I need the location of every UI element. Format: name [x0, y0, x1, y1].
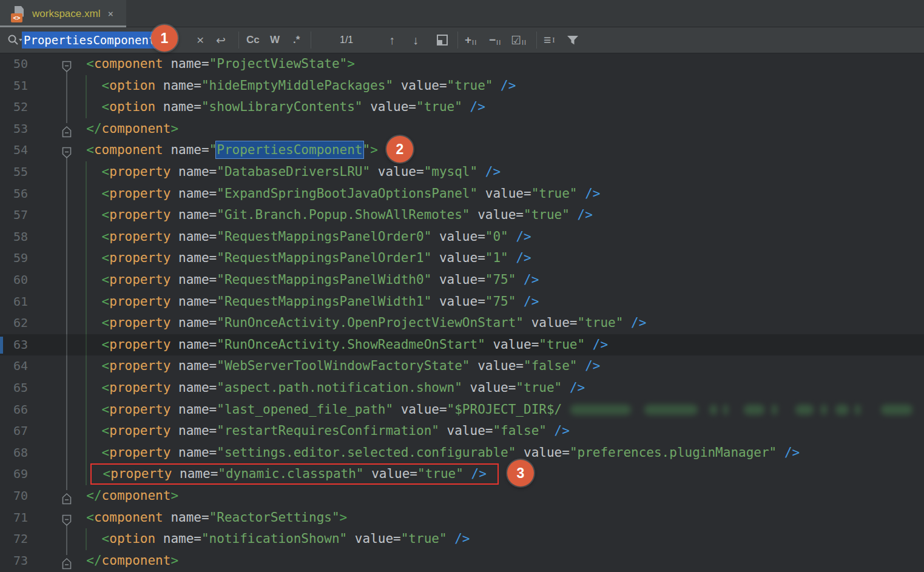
line-text: <property name="RequestMappingsPanelWidt…: [71, 269, 539, 291]
remove-occurrence-button[interactable]: −II: [489, 27, 501, 53]
line-number: 71: [0, 507, 28, 529]
toolbar-separator: [311, 32, 311, 49]
code-line-64[interactable]: 64 <property name="WebServerToolWindowFa…: [0, 355, 924, 377]
xml-file-icon: <>: [11, 5, 27, 22]
code-line-61[interactable]: 61 <property name="RequestMappingsPanelW…: [0, 291, 924, 313]
line-number: 54: [0, 140, 28, 161]
line-text: <option name="hideEmptyMiddlePackages" v…: [71, 75, 516, 97]
redacted-text-blob: [881, 405, 912, 415]
annotation-red-box: <property name="dynamic.classpath" value…: [90, 463, 499, 485]
redacted-text-blob: [710, 405, 717, 415]
code-line-70[interactable]: 70 </component>: [0, 485, 924, 507]
redacted-text-blob: [835, 405, 849, 415]
line-text: <property name="RunOnceActivity.ShowRead…: [71, 334, 608, 356]
line-text: <property name="settings.editor.selected…: [71, 442, 800, 464]
redacted-text-blob: [644, 405, 698, 415]
tab-title: workspace.xml: [32, 8, 100, 20]
line-text: <option name="showLibraryContents" value…: [71, 96, 485, 118]
code-line-52[interactable]: 52 <option name="showLibraryContents" va…: [0, 96, 924, 118]
filter-icon[interactable]: [565, 27, 580, 53]
code-line-54[interactable]: 54 <component name="PropertiesComponent"…: [0, 140, 924, 161]
code-line-58[interactable]: 58 <property name="RequestMappingsPanelO…: [0, 226, 924, 248]
line-number: 65: [0, 377, 28, 399]
code-line-55[interactable]: 55 <property name="DatabaseDriversLRU" v…: [0, 161, 924, 183]
code-line-60[interactable]: 60 <property name="RequestMappingsPanelW…: [0, 269, 924, 291]
line-text: <component name="ProjectViewState">: [71, 53, 355, 75]
editor-tab-bar: <> workspace.xml ×: [0, 0, 924, 27]
clear-search-icon[interactable]: ×: [197, 27, 204, 53]
tab-workspace-xml[interactable]: <> workspace.xml ×: [0, 0, 126, 27]
redacted-text-blob: [855, 405, 860, 415]
line-text: </component>: [71, 118, 178, 140]
search-input[interactable]: PropertiesComponent: [22, 27, 157, 53]
line-text: <property name="RunOnceActivity.OpenProj…: [71, 312, 646, 334]
code-line-63[interactable]: 63 <property name="RunOnceActivity.ShowR…: [0, 334, 924, 356]
line-text: <component name="PropertiesComponent">2: [71, 140, 413, 161]
line-number: 53: [0, 118, 28, 140]
redacted-text-blob: [821, 405, 827, 415]
line-text: <property name="dynamic.classpath" value…: [71, 463, 534, 485]
line-number: 57: [0, 204, 28, 226]
code-line-72[interactable]: 72 <option name="notificationShown" valu…: [0, 528, 924, 550]
find-in-selection-icon[interactable]: [435, 27, 450, 53]
code-line-62[interactable]: 62 <property name="RunOnceActivity.OpenP…: [0, 312, 924, 334]
line-text: <property name="DatabaseDriversLRU" valu…: [71, 161, 501, 183]
code-line-73[interactable]: 73 </component>: [0, 550, 924, 572]
newline-icon[interactable]: ↩: [216, 27, 226, 53]
code-line-50[interactable]: 50 <component name="ProjectViewState">: [0, 53, 924, 75]
code-line-53[interactable]: 53 </component>: [0, 118, 924, 140]
line-number: 56: [0, 183, 28, 205]
line-text: <property name="RequestMappingsPanelWidt…: [71, 291, 539, 313]
code-editor[interactable]: 50 <component name="ProjectViewState">51…: [0, 53, 924, 572]
redacted-text-blob: [744, 405, 764, 415]
code-line-71[interactable]: 71 <component name="ReactorSettings">: [0, 507, 924, 529]
line-number: 69: [0, 463, 28, 485]
code-line-66[interactable]: 66 <property name="last_opened_file_path…: [0, 399, 924, 421]
annotation-badge3: 3: [507, 460, 534, 486]
line-text: <property name="RequestMappingsPanelOrde…: [71, 226, 531, 248]
toolbar-separator: [536, 32, 537, 49]
words-toggle[interactable]: W: [270, 27, 280, 53]
code-line-69[interactable]: 69 <property name="dynamic.classpath" va…: [0, 463, 924, 485]
previous-occurrence-button[interactable]: ↑: [389, 27, 395, 53]
line-text: <option name="notificationShown" value="…: [71, 528, 470, 550]
ide-window: <> workspace.xml × PropertiesComponent 1…: [0, 0, 924, 572]
search-options-icon[interactable]: ≡I: [544, 27, 555, 53]
toolbar-separator: [457, 32, 458, 49]
find-bar: PropertiesComponent 1 × ↩ Cc W .* 1/1 ↑ …: [0, 27, 924, 53]
tab-close-icon[interactable]: ×: [107, 8, 113, 19]
line-number: 61: [0, 291, 28, 313]
redacted-text-blob: [570, 405, 631, 415]
regex-toggle[interactable]: .*: [293, 27, 300, 53]
line-text: <property name="restartRequiresConfirmat…: [71, 420, 570, 442]
redacted-text-blob: [723, 405, 728, 415]
redacted-text-blob: [795, 405, 814, 415]
code-line-56[interactable]: 56 <property name="ExpandSpringBootJavaO…: [0, 183, 924, 205]
fold-end-icon[interactable]: [62, 555, 72, 572]
code-line-65[interactable]: 65 <property name="aspect.path.notificat…: [0, 377, 924, 399]
line-number: 63: [0, 334, 28, 356]
line-number: 59: [0, 247, 28, 269]
annotation-badge-1: 1: [151, 25, 178, 52]
match-count: 1/1: [340, 27, 353, 53]
code-line-68[interactable]: 68 <property name="settings.editor.selec…: [0, 442, 924, 464]
code-line-51[interactable]: 51 <option name="hideEmptyMiddlePackages…: [0, 75, 924, 97]
line-text: <property name="ExpandSpringBootJavaOpti…: [71, 183, 600, 205]
line-number: 70: [0, 485, 28, 507]
line-number: 67: [0, 420, 28, 442]
line-number: 50: [0, 53, 28, 75]
line-text: <property name="Git.Branch.Popup.ShowAll…: [71, 204, 593, 226]
search-icon[interactable]: [6, 27, 23, 53]
match-case-toggle[interactable]: Cc: [246, 27, 260, 53]
select-all-occurrences-button[interactable]: ☑II: [511, 27, 527, 53]
code-line-57[interactable]: 57 <property name="Git.Branch.Popup.Show…: [0, 204, 924, 226]
code-line-67[interactable]: 67 <property name="restartRequiresConfir…: [0, 420, 924, 442]
line-number: 60: [0, 269, 28, 291]
line-number: 66: [0, 399, 28, 421]
code-line-59[interactable]: 59 <property name="RequestMappingsPanelO…: [0, 247, 924, 269]
add-occurrence-button[interactable]: +II: [465, 27, 477, 53]
line-number: 58: [0, 226, 28, 248]
line-text: <property name="WebServerToolWindowFacto…: [71, 355, 600, 377]
line-text: </component>: [71, 485, 178, 507]
next-occurrence-button[interactable]: ↓: [413, 27, 419, 53]
